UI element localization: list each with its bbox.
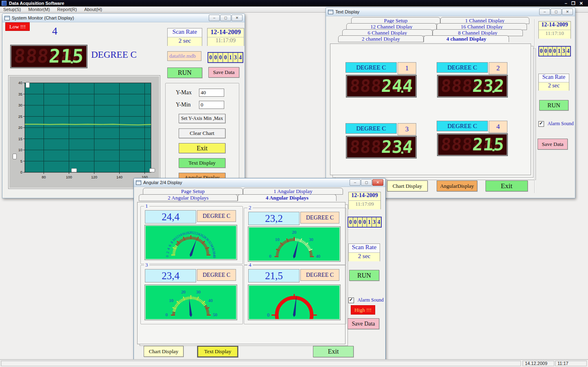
save-data-button[interactable]: Save Data: [538, 139, 568, 150]
unit-label: DEGREE C: [91, 50, 137, 60]
svg-text:20: 20: [18, 126, 22, 130]
low-alarm-badge: Low !!!: [5, 22, 30, 31]
minimize-icon[interactable]: –: [539, 9, 550, 15]
minimize-icon[interactable]: –: [565, 1, 567, 5]
angular-window: Angular 2/4 Display – ◻ ✕ Page Setup 1 A…: [133, 178, 386, 363]
minimize-icon[interactable]: –: [209, 15, 220, 21]
datafile-field[interactable]: datafile.mdb: [167, 51, 201, 61]
scan-rate-box: Scan Rate 2 sec: [348, 243, 380, 261]
close-icon[interactable]: ✕: [232, 15, 243, 21]
exit-button[interactable]: Exit: [179, 143, 225, 153]
set-y-axis-button[interactable]: Set Y-Axis Min ,Max: [179, 114, 225, 123]
svg-text:4: 4: [166, 247, 170, 250]
status-time: 11:17: [555, 360, 587, 366]
exit-button[interactable]: Exit: [485, 180, 528, 191]
scan-rate-value: 2 sec: [349, 253, 380, 261]
text-display-button[interactable]: Text Display: [197, 346, 238, 357]
gauge-number-label: 2: [247, 204, 253, 211]
svg-text:2: 2: [165, 251, 170, 254]
status-date: 14.12.2009: [522, 360, 554, 366]
alarm-sound-label: Alarm Sound: [357, 297, 383, 303]
y-max-label: Y-Max: [176, 89, 192, 96]
main-titlebar[interactable]: Data Acquisition Software – ❐ ✕: [0, 0, 588, 7]
channel-number-label: 4: [52, 25, 57, 37]
close-icon[interactable]: ✕: [562, 9, 573, 15]
save-data-button[interactable]: Save Data: [208, 67, 239, 78]
close-icon[interactable]: ✕: [579, 1, 583, 5]
menu-setup[interactable]: Setup(S): [3, 7, 21, 12]
gauge-group-2: 2 23,2 DEGREE C 010203040: [244, 208, 346, 265]
menu-about[interactable]: About(H): [84, 7, 102, 12]
text-window-titlebar[interactable]: Text Display – ◻ ✕: [326, 8, 575, 16]
svg-text:5: 5: [20, 159, 22, 163]
svg-text:20: 20: [189, 230, 193, 235]
svg-text:40: 40: [316, 254, 321, 258]
channel-number-label: 3: [398, 123, 416, 135]
save-data-button[interactable]: Save Data: [348, 318, 379, 329]
restore-icon[interactable]: ❐: [571, 1, 575, 5]
chart-frame: 051015202530354080100120140160: [9, 76, 160, 189]
clear-chart-button[interactable]: Clear Chart: [179, 128, 225, 138]
chart-scroll-handle[interactable]: [71, 168, 77, 172]
date-display: 12-14-2009: [539, 22, 571, 30]
gauge-unit-label: DEGREE C: [300, 269, 339, 281]
svg-text:0: 0: [269, 254, 271, 258]
seven-segment-display: 888828384: [346, 136, 416, 158]
chart-window: System Monitor (Chart Display) – ◻ ✕ Low…: [2, 13, 245, 198]
svg-text:18: 18: [185, 230, 189, 235]
tab-1-angular[interactable]: 1 Angular Display: [243, 188, 343, 195]
maximize-icon[interactable]: ◻: [361, 179, 372, 186]
gauge-group-3: 3 23,4 DEGREE C 01020304050: [140, 265, 243, 324]
run-button[interactable]: RUN: [167, 67, 202, 78]
chart-scroll-handle[interactable]: [149, 168, 155, 172]
angular-display-button[interactable]: AngularDisplay: [437, 180, 477, 191]
text-window: Text Display – ◻ ✕ Page Setup 1 Channel …: [326, 7, 575, 198]
run-button[interactable]: RUN: [349, 270, 379, 281]
chart-scroll-handle[interactable]: [26, 82, 30, 88]
time-display: 11:17:09: [208, 37, 244, 46]
chart-display-button[interactable]: Chart Display: [144, 346, 184, 357]
gauge-group-1: 1 24,4 DEGREE C 024681012141618202224262…: [140, 206, 243, 264]
svg-text:10: 10: [275, 237, 280, 242]
exit-button[interactable]: Exit: [313, 346, 354, 357]
channel-number-label: 1: [398, 62, 416, 74]
tab-4-angular[interactable]: 4 Angular Displays: [238, 194, 337, 201]
high-alarm-badge: High !!!: [351, 305, 375, 315]
svg-text:120: 120: [91, 175, 97, 179]
scan-rate-label: Scan Rate: [349, 244, 380, 253]
y-max-input[interactable]: [199, 89, 224, 97]
maximize-icon[interactable]: ◻: [220, 15, 231, 21]
run-button[interactable]: RUN: [539, 100, 568, 111]
angular-window-titlebar[interactable]: Angular 2/4 Display – ◻ ✕: [134, 178, 385, 187]
maximize-icon[interactable]: ◻: [551, 9, 562, 15]
tab-page-setup[interactable]: Page Setup: [143, 188, 243, 195]
y-min-input[interactable]: [199, 101, 224, 109]
chart-scroll-handle[interactable]: [13, 154, 17, 159]
angular-gauge: 010203040: [248, 227, 340, 261]
panel-divider: [534, 19, 535, 193]
gauge-unit-label: DEGREE C: [197, 210, 236, 222]
svg-text:0: 0: [267, 313, 270, 318]
alarm-sound-checkbox[interactable]: [538, 121, 544, 127]
alarm-sound-checkbox[interactable]: [348, 298, 354, 303]
time-display: 11:17:10: [539, 30, 571, 39]
chart-window-titlebar[interactable]: System Monitor (Chart Display) – ◻ ✕: [2, 14, 245, 22]
close-icon[interactable]: ✕: [372, 179, 383, 186]
record-counter: 0000134: [348, 217, 382, 228]
chart-window-title: System Monitor (Chart Display): [12, 15, 74, 20]
tab-4-channel[interactable]: 4 channel Display: [424, 35, 509, 42]
alarm-sound-label: Alarm Sound: [547, 121, 573, 126]
channel-number-label: 4: [489, 121, 507, 133]
svg-text:50: 50: [213, 312, 217, 317]
app-icon: [2, 1, 7, 6]
menu-report[interactable]: Report(R): [57, 7, 77, 12]
tab-2-channel[interactable]: 2 channel Display: [338, 35, 424, 42]
tab-2-angular[interactable]: 2 Angular Displays: [139, 194, 238, 201]
svg-text:10: 10: [169, 298, 173, 303]
text-display-button[interactable]: Text Display: [179, 158, 225, 168]
chart-display-button[interactable]: Chart Display: [387, 180, 428, 191]
text-window-title: Text Display: [335, 9, 359, 14]
minimize-icon[interactable]: –: [350, 179, 361, 186]
scan-rate-label: Scan Rate: [539, 74, 569, 83]
menu-monitor[interactable]: Monitor(M): [28, 7, 50, 12]
